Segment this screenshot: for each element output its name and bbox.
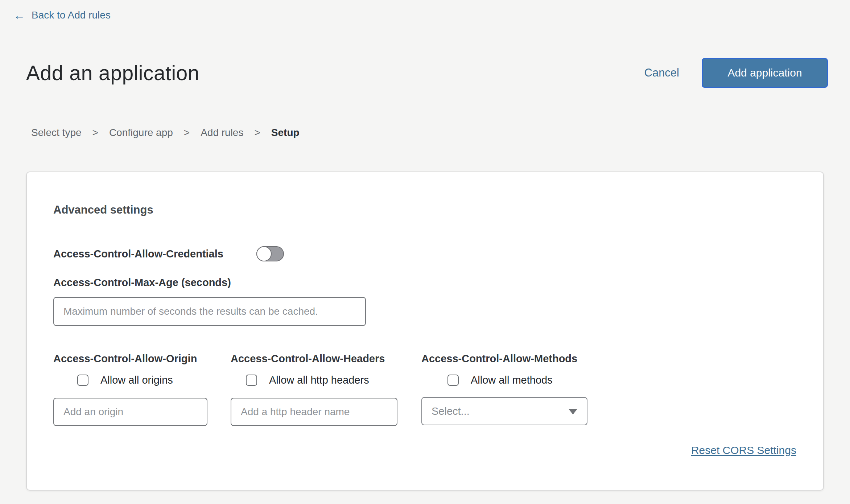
breadcrumb-step-setup-current: Setup <box>271 127 300 139</box>
back-arrow-icon: ← <box>13 9 25 21</box>
add-application-button[interactable]: Add application <box>702 58 828 88</box>
credentials-label: Access-Control-Allow-Credentials <box>53 246 223 261</box>
allow-all-origins-row: Allow all origins <box>77 374 173 386</box>
allow-all-headers-checkbox[interactable] <box>246 375 257 386</box>
breadcrumb-separator: > <box>92 127 98 139</box>
advanced-settings-heading: Advanced settings <box>53 203 153 216</box>
methods-select[interactable]: Select... <box>421 397 587 425</box>
allow-all-methods-label: Allow all methods <box>471 374 553 386</box>
cancel-button[interactable]: Cancel <box>644 66 680 79</box>
page-title: Add an application <box>26 61 199 85</box>
toggle-knob <box>256 246 272 261</box>
breadcrumb-step-select-type[interactable]: Select type <box>31 127 82 139</box>
reset-cors-settings-link[interactable]: Reset CORS Settings <box>691 444 796 457</box>
methods-select-placeholder: Select... <box>432 405 470 417</box>
allow-all-origins-checkbox[interactable] <box>77 375 88 386</box>
max-age-label: Access-Control-Max-Age (seconds) <box>53 277 231 289</box>
max-age-input[interactable] <box>53 297 366 326</box>
add-origin-input[interactable] <box>53 398 207 426</box>
breadcrumb-step-configure-app[interactable]: Configure app <box>109 127 173 139</box>
allow-all-origins-label: Allow all origins <box>100 374 173 386</box>
breadcrumb-separator: > <box>254 127 260 139</box>
allow-all-methods-row: Allow all methods <box>447 374 553 386</box>
page-header: Add an application Cancel Add applicatio… <box>26 54 828 91</box>
allow-all-headers-label: Allow all http headers <box>269 374 369 386</box>
allow-headers-header: Access-Control-Allow-Headers <box>231 353 385 365</box>
advanced-settings-card: Advanced settings Access-Control-Allow-C… <box>26 172 824 491</box>
header-actions: Cancel Add application <box>644 58 828 88</box>
back-link-label: Back to Add rules <box>32 9 111 21</box>
add-http-header-input[interactable] <box>231 398 397 426</box>
breadcrumb-separator: > <box>184 127 190 139</box>
back-link[interactable]: ← Back to Add rules <box>13 9 111 21</box>
allow-methods-header: Access-Control-Allow-Methods <box>421 353 577 365</box>
breadcrumb-step-add-rules[interactable]: Add rules <box>201 127 243 139</box>
breadcrumb: Select type > Configure app > Add rules … <box>31 127 300 139</box>
allow-all-methods-checkbox[interactable] <box>447 375 459 386</box>
allow-origin-header: Access-Control-Allow-Origin <box>53 353 197 365</box>
dropdown-caret-icon <box>569 409 577 414</box>
credentials-toggle[interactable] <box>256 246 284 261</box>
allow-all-headers-row: Allow all http headers <box>246 374 369 386</box>
